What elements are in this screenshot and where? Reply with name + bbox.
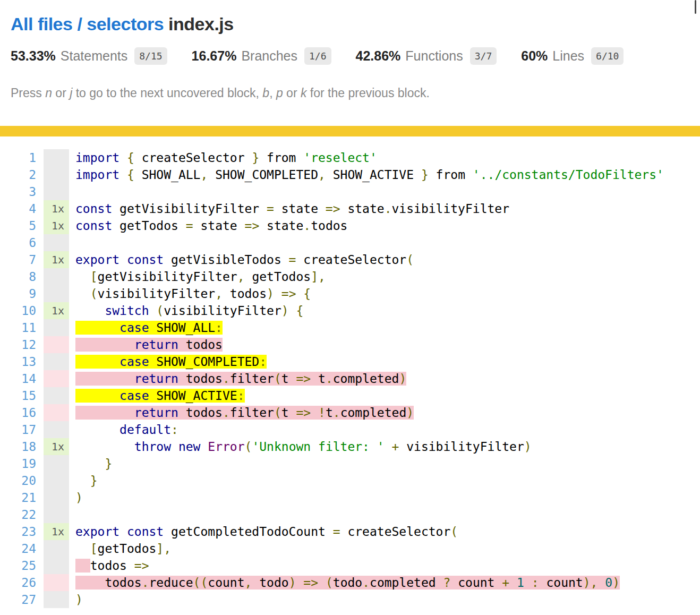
- code-token: (: [156, 304, 164, 318]
- code-token: export: [75, 525, 119, 539]
- line-number[interactable]: 14: [0, 370, 36, 387]
- code-token: SHOW_ALL: [149, 321, 215, 335]
- statement-not-covered-highlight: todos.reduce((count, todo) => (todo.comp…: [75, 576, 620, 590]
- code-line: [75, 183, 700, 200]
- code-token: case: [119, 355, 149, 369]
- code-token: const: [127, 525, 164, 539]
- execution-count: 1x: [44, 200, 69, 217]
- code-token: }: [421, 168, 429, 182]
- line-number[interactable]: 19: [0, 455, 36, 472]
- line-number[interactable]: 15: [0, 387, 36, 404]
- code-token: =>: [303, 576, 318, 590]
- code-token: (: [406, 253, 414, 267]
- line-number[interactable]: 21: [0, 489, 36, 506]
- code-token: SHOW_COMPLETED: [208, 168, 318, 182]
- code-line: import { createSelector } from 'reselect…: [75, 149, 700, 166]
- code-token: .: [326, 372, 333, 386]
- line-number[interactable]: 12: [0, 336, 36, 353]
- line-number[interactable]: 16: [0, 404, 36, 421]
- code-token: [75, 270, 90, 284]
- code-token: getVisibilityFilter: [98, 270, 237, 284]
- line-number[interactable]: 11: [0, 319, 36, 336]
- execution-count: [44, 166, 69, 183]
- line-number[interactable]: 8: [0, 268, 36, 285]
- line-number[interactable]: 4: [0, 200, 36, 217]
- code-token: (: [274, 406, 281, 420]
- code-token: [296, 576, 304, 590]
- line-number[interactable]: 25: [0, 557, 36, 574]
- code-line: const getTodos = state => state.todos: [75, 217, 700, 234]
- line-number[interactable]: 17: [0, 421, 36, 438]
- execution-count: [44, 591, 69, 608]
- code-token: todos: [178, 406, 223, 420]
- code-line: export const getCompletedTodoCount = cre…: [75, 523, 700, 540]
- code-token: ): [281, 304, 289, 318]
- code-token: return: [134, 406, 178, 420]
- metric-label: Statements: [61, 48, 127, 64]
- code-token: from: [429, 168, 473, 182]
- scrollbar-thumb[interactable]: [695, 0, 696, 14]
- code-token: SHOW_COMPLETED: [149, 355, 259, 369]
- code-token: return: [134, 338, 178, 352]
- line-number[interactable]: 20: [0, 472, 36, 489]
- breadcrumb-all-files-link[interactable]: All files: [11, 14, 72, 34]
- metric-functions: 42.86%Functions3/7: [356, 47, 497, 65]
- line-number[interactable]: 22: [0, 506, 36, 523]
- line-number[interactable]: 10: [0, 302, 36, 319]
- code-token: ,: [318, 168, 326, 182]
- line-number[interactable]: 2: [0, 166, 36, 183]
- line-number[interactable]: 26: [0, 574, 36, 591]
- code-token: getVisibleTodos: [164, 253, 288, 267]
- line-number[interactable]: 23: [0, 523, 36, 540]
- line-number[interactable]: 6: [0, 234, 36, 251]
- line-number[interactable]: 5: [0, 217, 36, 234]
- code-line: [75, 234, 700, 251]
- code-token: completed: [340, 406, 407, 420]
- code-listing: 1234567891011121314151617181920212223242…: [0, 136, 700, 608]
- code-token: :: [215, 321, 223, 335]
- code-line: throw new Error('Unknown filter: ' + vis…: [75, 438, 700, 455]
- hint-text: for the previous block.: [306, 86, 429, 100]
- statement-not-covered-highlight: return todos.filter(t => !t.completed): [75, 406, 414, 420]
- line-number[interactable]: 1: [0, 149, 36, 166]
- code-token: [385, 440, 392, 454]
- code-token: }: [252, 151, 259, 165]
- code-token: getTodos: [112, 219, 185, 233]
- code-token: {: [127, 151, 134, 165]
- code-token: count: [539, 576, 583, 590]
- line-number[interactable]: 3: [0, 183, 36, 200]
- code-token: Error: [208, 440, 244, 454]
- code-token: [75, 338, 134, 352]
- breadcrumb-folder-link[interactable]: selectors: [87, 14, 164, 34]
- code-token: .: [303, 219, 311, 233]
- metric-fraction-badge: 1/6: [304, 47, 331, 65]
- line-number[interactable]: 13: [0, 353, 36, 370]
- line-number[interactable]: 9: [0, 285, 36, 302]
- code-token: visibilityFilter: [392, 202, 510, 216]
- code-token: ((: [193, 576, 208, 590]
- line-number[interactable]: 7: [0, 251, 36, 268]
- code-token: [75, 389, 119, 403]
- metric-branches: 16.67%Branches1/6: [192, 47, 331, 65]
- metric-percentage: 16.67%: [192, 48, 237, 64]
- code-token: count: [208, 576, 244, 590]
- line-number[interactable]: 18: [0, 438, 36, 455]
- code-token: [296, 287, 304, 301]
- code-token: [200, 440, 208, 454]
- code-token: new: [178, 440, 201, 454]
- code-token: [75, 406, 134, 420]
- code-token: ,: [200, 168, 208, 182]
- code-token: =: [186, 219, 193, 233]
- code-token: const: [75, 219, 112, 233]
- code-line: (visibilityFilter, todos) => {: [75, 285, 700, 302]
- code-token: [75, 542, 90, 556]
- line-number[interactable]: 27: [0, 591, 36, 608]
- coverage-metrics: 53.33%Statements8/1516.67%Branches1/642.…: [11, 47, 689, 65]
- code-token: [75, 355, 119, 369]
- hint-key: n: [45, 86, 52, 100]
- code-token: todos: [178, 338, 223, 352]
- hint-key: k: [301, 86, 307, 100]
- code-token: 'reselect': [303, 151, 377, 165]
- line-number[interactable]: 24: [0, 540, 36, 557]
- code-token: [119, 253, 127, 267]
